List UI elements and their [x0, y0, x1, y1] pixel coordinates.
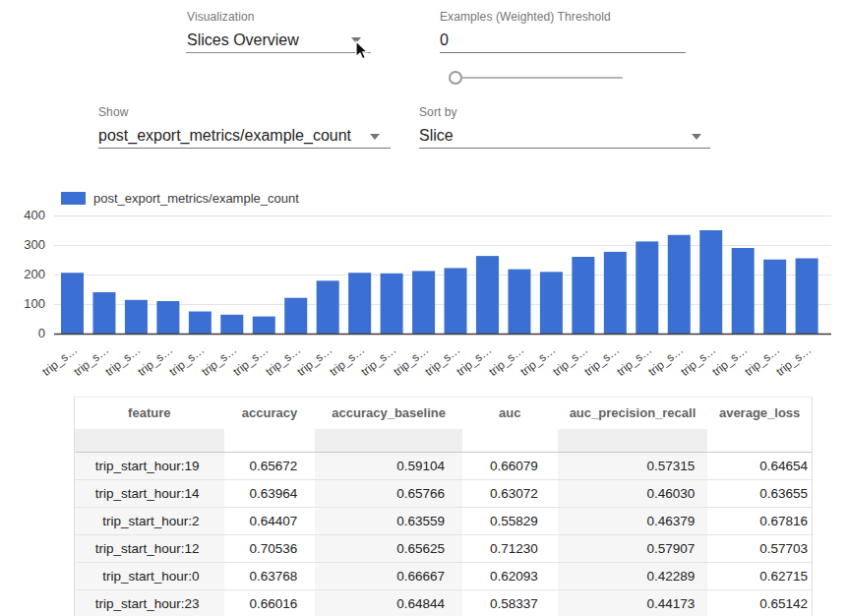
table-cell: 0.66016 — [224, 590, 316, 616]
bar-23[interactable] — [796, 259, 819, 335]
bar-13[interactable] — [476, 256, 499, 334]
table-cell: 0.62715 — [707, 563, 812, 589]
column-header-auc_precision_recall[interactable]: auc_precision_recall — [558, 398, 708, 429]
bar-12[interactable] — [445, 268, 467, 334]
bar-3[interactable] — [156, 301, 179, 334]
table-cell: trip_start_hour:23 — [75, 590, 224, 616]
threshold-slider-track[interactable] — [450, 77, 623, 79]
table-cell: 0.63768 — [224, 563, 316, 589]
table-cell: trip_start_hour:14 — [75, 480, 224, 507]
bar-9[interactable] — [348, 273, 371, 334]
bar-1[interactable] — [92, 292, 115, 334]
table-cell: 0.46030 — [558, 480, 708, 507]
table-cell: 0.65766 — [315, 480, 462, 507]
column-header-auc[interactable]: auc — [462, 398, 558, 429]
sort-by-label: Sort by — [419, 105, 457, 119]
threshold-underline — [440, 52, 686, 53]
sort-by-select[interactable]: Slice — [419, 127, 457, 145]
table-cell: 0.57907 — [558, 535, 708, 562]
slices-overview-widget: Visualization Slices Overview Examples (… — [0, 0, 849, 616]
column-header-feature[interactable]: feature — [75, 398, 224, 429]
table-cell: 0.66079 — [462, 453, 558, 479]
bar-2[interactable] — [125, 300, 148, 334]
table-row[interactable]: trip_start_hour:00.637680.666670.620930.… — [75, 563, 812, 590]
threshold-input[interactable]: 0 — [440, 31, 611, 49]
table-cell: 0.62093 — [462, 563, 558, 589]
bar-17[interactable] — [604, 252, 627, 334]
table-row[interactable]: trip_start_hour:230.660160.648440.583370… — [75, 590, 812, 616]
table-header-row: featureaccuracyaccuracy_baselineaucauc_p… — [75, 398, 812, 429]
table-cell: 0.63964 — [224, 480, 316, 507]
bar-4[interactable] — [189, 312, 212, 335]
filter-cell — [224, 429, 316, 452]
bar-5[interactable] — [220, 315, 243, 334]
show-underline — [98, 148, 391, 149]
bar-0[interactable] — [61, 273, 84, 334]
y-axis-tick-label: 0 — [4, 326, 45, 340]
table-cell: 0.65625 — [315, 535, 462, 562]
table-cell: 0.67816 — [707, 508, 812, 534]
threshold-control: Examples (Weighted) Threshold 0 — [440, 10, 611, 49]
table-cell: 0.57315 — [558, 453, 708, 479]
show-chevron-down-icon[interactable] — [370, 134, 380, 140]
bar-21[interactable] — [732, 248, 755, 334]
filter-cell — [558, 429, 708, 452]
visualization-select[interactable]: Slices Overview — [187, 31, 299, 49]
bar-10[interactable] — [381, 274, 403, 334]
visualization-underline — [186, 52, 371, 53]
chart-plot-area[interactable] — [0, 207, 849, 344]
table-cell: 0.66667 — [315, 563, 462, 589]
column-header-accuracy_baseline[interactable]: accuracy_baseline — [315, 398, 462, 429]
y-axis-tick-label: 400 — [4, 208, 45, 222]
table-cell: trip_start_hour:0 — [75, 563, 224, 589]
filter-cell — [707, 429, 812, 452]
table-row[interactable]: trip_start_hour:140.639640.657660.630720… — [75, 480, 812, 508]
sort-by-control: Sort by Slice — [419, 105, 457, 145]
example-count-bar-chart[interactable]: 0100200300400trip_s…trip_s…trip_s…trip_s… — [0, 207, 849, 403]
bar-18[interactable] — [636, 241, 658, 334]
bar-22[interactable] — [763, 260, 786, 334]
table-cell: 0.59104 — [315, 453, 462, 479]
table-cell: 0.42289 — [558, 563, 708, 589]
show-label: Show — [98, 105, 351, 119]
table-row[interactable]: trip_start_hour:20.644070.635590.558290.… — [75, 508, 812, 535]
threshold-slider-thumb[interactable] — [449, 71, 462, 85]
bar-7[interactable] — [284, 298, 307, 334]
metrics-table[interactable]: featureaccuracyaccuracy_baselineaucauc_p… — [74, 397, 813, 616]
table-cell: 0.57703 — [707, 535, 812, 562]
table-row[interactable]: trip_start_hour:120.705360.656250.712300… — [75, 535, 812, 563]
table-cell: 0.71230 — [462, 535, 558, 562]
sort-by-underline — [419, 148, 710, 149]
table-cell: 0.58337 — [462, 590, 558, 616]
bar-6[interactable] — [253, 317, 275, 334]
y-axis-tick-label: 200 — [4, 267, 45, 281]
bar-8[interactable] — [317, 280, 339, 334]
chart-legend: post_export_metrics/example_count — [61, 191, 299, 206]
bar-19[interactable] — [668, 235, 691, 334]
table-cell: trip_start_hour:2 — [75, 508, 224, 534]
table-row[interactable]: trip_start_hour:190.656720.591040.660790… — [75, 453, 812, 480]
column-header-accuracy[interactable]: accuracy — [224, 398, 316, 429]
table-cell: 0.63655 — [707, 480, 812, 507]
filter-cell — [75, 429, 224, 452]
bar-11[interactable] — [412, 271, 435, 334]
table-cell: 0.70536 — [224, 535, 316, 562]
table-cell: 0.44173 — [558, 590, 708, 616]
y-axis-tick-label: 300 — [4, 237, 45, 252]
y-axis-tick-label: 100 — [4, 296, 45, 311]
bar-20[interactable] — [699, 230, 722, 334]
bar-14[interactable] — [508, 270, 530, 334]
bar-16[interactable] — [572, 257, 594, 334]
filter-cell — [315, 429, 462, 452]
sort-by-chevron-down-icon[interactable] — [692, 134, 701, 140]
table-cell: 0.65672 — [224, 453, 316, 479]
mouse-cursor-icon — [353, 39, 370, 62]
bar-15[interactable] — [540, 272, 563, 334]
table-cell: 0.64407 — [224, 508, 316, 534]
table-filter-row — [75, 429, 812, 453]
show-control: Show post_export_metrics/example_count — [98, 105, 351, 145]
show-select[interactable]: post_export_metrics/example_count — [98, 127, 351, 145]
legend-label: post_export_metrics/example_count — [93, 191, 299, 206]
table-cell: 0.63072 — [462, 480, 558, 507]
column-header-average_loss[interactable]: average_loss — [707, 398, 812, 429]
